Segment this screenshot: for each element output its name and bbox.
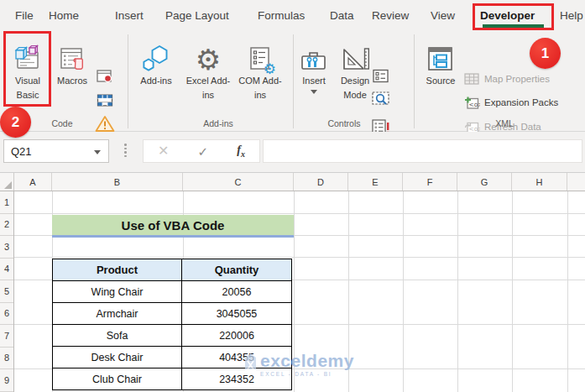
- excel-add-ins-button[interactable]: ⚙ Excel Add-ins: [182, 34, 234, 102]
- tab-help[interactable]: Help: [560, 0, 583, 30]
- tab-insert[interactable]: Insert: [115, 0, 144, 30]
- xml-group-label: XML: [495, 118, 514, 128]
- record-macro-button[interactable]: [94, 65, 116, 87]
- use-relative-references-button[interactable]: [94, 89, 116, 111]
- row-header-2[interactable]: 2: [0, 214, 13, 237]
- ribbon-tab-bar: File Home Insert Page Layout Formulas Da…: [0, 0, 585, 30]
- watermark-logo-icon: [243, 352, 258, 370]
- column-header-F[interactable]: F: [403, 173, 457, 191]
- expansion-packs-icon: <o>: [464, 96, 480, 110]
- map-properties-label: Map Properties: [484, 74, 550, 84]
- row-header-3[interactable]: 3: [0, 236, 13, 259]
- column-header-C[interactable]: C: [183, 173, 294, 191]
- select-all-button[interactable]: [0, 173, 14, 191]
- row-header-6[interactable]: 6: [0, 303, 13, 326]
- product-column-header[interactable]: Product: [53, 259, 182, 281]
- name-box-value: Q21: [11, 145, 32, 158]
- view-code-button[interactable]: [370, 88, 392, 110]
- quantity-cell[interactable]: 220006: [182, 325, 292, 347]
- source-label: Source: [426, 74, 456, 88]
- macros-label: Macros: [57, 74, 87, 88]
- source-button[interactable]: Source: [420, 34, 462, 88]
- annotation-step-badge-2: 2: [0, 107, 31, 138]
- use-relative-references-icon: [97, 93, 113, 107]
- column-header-G[interactable]: G: [457, 173, 512, 191]
- tab-data[interactable]: Data: [330, 0, 354, 30]
- gridline: [403, 191, 404, 392]
- controls-group-label: Controls: [327, 118, 360, 128]
- column-header-B[interactable]: B: [52, 173, 183, 191]
- design-mode-icon: [340, 34, 370, 74]
- product-cell[interactable]: Club Chair: [53, 368, 182, 390]
- product-cell[interactable]: Wing Chair: [53, 281, 182, 303]
- row-header-8[interactable]: 8: [0, 348, 13, 370]
- macros-icon: [58, 34, 86, 74]
- annotation-box-developer: [473, 3, 554, 30]
- name-box-dropdown-icon[interactable]: [94, 150, 101, 154]
- macros-button[interactable]: Macros: [52, 34, 92, 88]
- add-ins-group-label: Add-ins: [203, 118, 233, 128]
- row-header-9[interactable]: 9: [0, 369, 13, 392]
- row-header-4[interactable]: 4: [0, 259, 13, 281]
- cancel-icon[interactable]: ✕: [158, 144, 169, 158]
- chevron-down-icon: [311, 90, 317, 94]
- excel-add-ins-gear-icon: ⚙: [196, 34, 221, 74]
- com-gear-icon: ⚙: [264, 62, 276, 76]
- insert-function-icon[interactable]: fx: [237, 144, 245, 159]
- code-group-label: Code: [51, 118, 72, 128]
- add-ins-icon: [140, 34, 172, 74]
- row-header-7[interactable]: 7: [0, 325, 13, 348]
- tab-file[interactable]: File: [15, 0, 34, 30]
- tab-formulas[interactable]: Formulas: [258, 0, 305, 30]
- annotation-box-visual-basic: [3, 31, 51, 107]
- name-box[interactable]: Q21: [3, 139, 109, 163]
- annotation-step-badge-1: 1: [530, 38, 561, 69]
- group-separator: [414, 34, 415, 128]
- tab-page-layout[interactable]: Page Layout: [165, 0, 229, 30]
- quantity-cell[interactable]: 3045055: [182, 303, 292, 325]
- column-header-A[interactable]: A: [14, 173, 52, 191]
- gridline: [512, 191, 513, 392]
- column-header-row: ABCDEFGH: [0, 173, 585, 191]
- row-header-1[interactable]: 1: [0, 191, 13, 214]
- product-cell[interactable]: Sofa: [53, 325, 182, 347]
- table-row: Armchair3045055: [53, 303, 292, 325]
- formula-input[interactable]: [263, 139, 582, 163]
- column-header-E[interactable]: E: [348, 173, 403, 191]
- source-icon: [426, 34, 456, 74]
- add-ins-button[interactable]: Add-ins: [137, 34, 175, 88]
- record-macro-icon: [96, 68, 114, 85]
- product-cell[interactable]: Desk Chair: [53, 347, 182, 368]
- row-header-5[interactable]: 5: [0, 280, 13, 303]
- properties-button[interactable]: [370, 65, 392, 86]
- add-ins-label: Add-ins: [140, 74, 171, 88]
- insert-control-button[interactable]: Insert: [295, 34, 333, 94]
- formula-bar-drag-handle[interactable]: [124, 144, 127, 157]
- excel-add-ins-label: Excel Add-ins: [182, 74, 234, 102]
- map-properties-button: Map Properties: [464, 69, 550, 89]
- group-separator: [293, 34, 294, 128]
- insert-toolbox-icon: [300, 34, 328, 74]
- table-row: Sofa220006: [53, 325, 292, 347]
- insert-control-label: Insert: [302, 74, 326, 88]
- expansion-packs-button[interactable]: <o> Expansion Packs: [464, 92, 558, 112]
- column-header-D[interactable]: D: [294, 173, 348, 191]
- tab-view[interactable]: View: [431, 0, 455, 30]
- watermark: exceldemy EXCEL - DATA - BI: [243, 352, 354, 377]
- title-banner-cell[interactable]: Use of VBA Code: [52, 215, 294, 238]
- product-cell[interactable]: Armchair: [53, 303, 182, 325]
- excel-window: File Home Insert Page Layout Formulas Da…: [0, 0, 585, 392]
- column-header-H[interactable]: H: [512, 173, 567, 191]
- quantity-column-header[interactable]: Quantity: [182, 259, 292, 281]
- tab-home[interactable]: Home: [49, 0, 79, 30]
- quantity-cell[interactable]: 20056: [182, 281, 292, 303]
- tab-review[interactable]: Review: [372, 0, 409, 30]
- group-separator: [128, 34, 128, 128]
- com-add-ins-button[interactable]: ⚙ COM Add-ins: [234, 34, 286, 102]
- view-code-icon: [372, 91, 390, 107]
- expansion-packs-label: Expansion Packs: [484, 97, 558, 107]
- svg-text:<o>: <o>: [469, 100, 481, 107]
- table-header-row: Product Quantity: [53, 259, 292, 281]
- gridline: [567, 191, 568, 392]
- enter-icon[interactable]: ✓: [198, 145, 209, 158]
